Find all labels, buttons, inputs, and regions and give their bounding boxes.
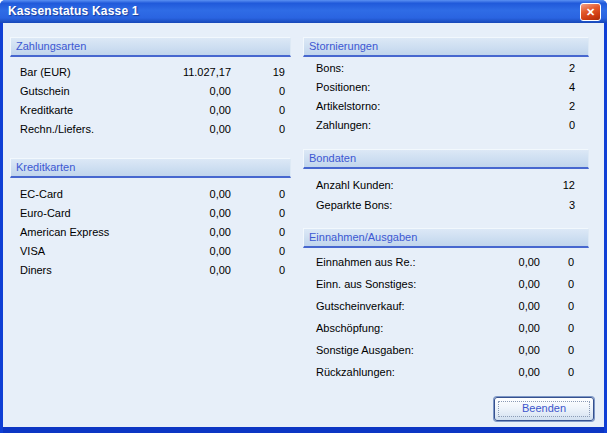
section-title: Kreditkarten [16,161,75,173]
section-header-kreditkarten: Kreditkarten [10,158,291,178]
section-header-einnahmen-ausgaben: Einnahmen/Ausgaben [303,228,589,248]
table-row: Bons: 2 [316,58,575,77]
row-count: 0 [231,104,285,116]
row-label: Rückzahlungen: [316,366,466,378]
row-label: Diners [20,264,151,276]
row-amount: 0,00 [151,104,231,116]
table-row: EC-Card 0,00 0 [20,184,285,203]
section-header-stornierungen: Stornierungen [303,37,589,57]
row-count: 19 [231,66,285,78]
row-label: Sonstige Ausgaben: [316,344,466,356]
row-count: 0 [231,123,285,135]
row-amount: 0,00 [466,278,540,290]
table-row: American Express 0,00 0 [20,222,285,241]
section-title: Stornierungen [309,40,378,52]
row-label: Rechn./Liefers. [20,123,151,135]
row-count: 0 [231,85,285,97]
row-label: Abschöpfung: [316,322,466,334]
beenden-button[interactable]: Beenden [494,397,594,421]
row-amount: 0,00 [466,256,540,268]
row-count: 0 [535,119,575,131]
row-label: Positionen: [316,81,535,93]
row-amount: 0,00 [151,245,231,257]
row-amount: 0,00 [466,300,540,312]
bondaten-table: Anzahl Kunden: 12 Geparkte Bons: 3 [316,175,575,215]
row-amount: 0,00 [151,123,231,135]
section-title: Bondaten [309,152,356,164]
section-header-bondaten: Bondaten [303,149,589,169]
table-row: Sonstige Ausgaben: 0,00 0 [316,339,574,361]
row-amount: 0,00 [151,207,231,219]
table-row: Anzahl Kunden: 12 [316,175,575,195]
section-title: Zahlungsarten [16,40,86,52]
row-count: 0 [540,278,574,290]
row-label: Bar (EUR) [20,66,151,78]
einnahmen-ausgaben-table: Einnahmen aus Re.: 0,00 0 Einn. aus Sons… [316,251,574,383]
row-amount: 0,00 [151,85,231,97]
close-icon: ✕ [586,6,595,18]
row-label: Anzahl Kunden: [316,179,535,191]
row-amount: 0,00 [466,322,540,334]
row-label: Geparkte Bons: [316,199,535,211]
row-count: 0 [540,322,574,334]
row-label: Kreditkarte [20,104,151,116]
kassenstatus-dialog: Kassenstatus Kasse 1 ✕ Zahlungsarten Bar… [0,0,607,433]
row-label: VISA [20,245,151,257]
row-amount: 0,00 [151,264,231,276]
row-count: 0 [231,245,285,257]
row-count: 0 [231,226,285,238]
kreditkarten-table: EC-Card 0,00 0 Euro-Card 0,00 0 American… [20,184,285,279]
table-row: Rückzahlungen: 0,00 0 [316,361,574,383]
window-title: Kassenstatus Kasse 1 [8,0,139,23]
row-amount: 0,00 [151,226,231,238]
table-row: Kreditkarte 0,00 0 [20,100,285,119]
row-label: Zahlungen: [316,119,535,131]
row-count: 2 [535,100,575,112]
table-row: Gutschein 0,00 0 [20,81,285,100]
row-amount: 0,00 [466,344,540,356]
row-label: Gutschein [20,85,151,97]
zahlungsarten-table: Bar (EUR) 11.027,17 19 Gutschein 0,00 0 … [20,62,285,138]
table-row: Einnahmen aus Re.: 0,00 0 [316,251,574,273]
row-count: 0 [540,366,574,378]
titlebar[interactable]: Kassenstatus Kasse 1 ✕ [0,0,607,23]
row-count: 0 [231,207,285,219]
table-row: Abschöpfung: 0,00 0 [316,317,574,339]
row-count: 12 [535,179,575,191]
table-row: Diners 0,00 0 [20,260,285,279]
row-label: Artikelstorno: [316,100,535,112]
row-count: 0 [231,264,285,276]
row-count: 2 [535,62,575,74]
beenden-button-label: Beenden [522,402,566,414]
section-title: Einnahmen/Ausgaben [309,231,417,243]
table-row: Geparkte Bons: 3 [316,195,575,215]
table-row: Positionen: 4 [316,77,575,96]
table-row: Euro-Card 0,00 0 [20,203,285,222]
row-amount: 11.027,17 [151,66,231,78]
row-count: 4 [535,81,575,93]
row-label: Euro-Card [20,207,151,219]
row-label: Gutscheinverkauf: [316,300,466,312]
close-button[interactable]: ✕ [580,3,601,21]
section-header-zahlungsarten: Zahlungsarten [10,37,291,57]
row-label: Bons: [316,62,535,74]
row-count: 3 [535,199,575,211]
table-row: Einn. aus Sonstiges: 0,00 0 [316,273,574,295]
row-label: American Express [20,226,151,238]
table-row: Gutscheinverkauf: 0,00 0 [316,295,574,317]
row-amount: 0,00 [466,366,540,378]
row-count: 0 [540,256,574,268]
table-row: Zahlungen: 0 [316,115,575,134]
table-row: Bar (EUR) 11.027,17 19 [20,62,285,81]
stornierungen-table: Bons: 2 Positionen: 4 Artikelstorno: 2 Z… [316,58,575,134]
table-row: Artikelstorno: 2 [316,96,575,115]
row-label: Einnahmen aus Re.: [316,256,466,268]
row-label: Einn. aus Sonstiges: [316,278,466,290]
row-amount: 0,00 [151,188,231,200]
row-label: EC-Card [20,188,151,200]
row-count: 0 [231,188,285,200]
row-count: 0 [540,300,574,312]
table-row: VISA 0,00 0 [20,241,285,260]
table-row: Rechn./Liefers. 0,00 0 [20,119,285,138]
row-count: 0 [540,344,574,356]
